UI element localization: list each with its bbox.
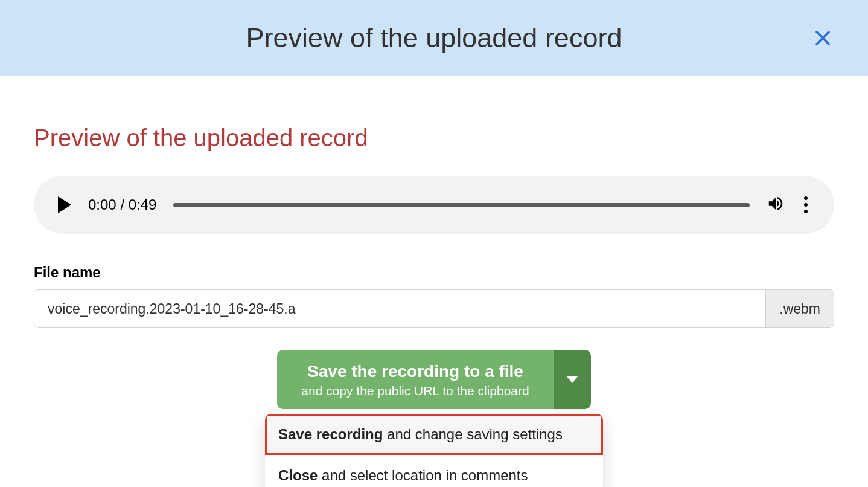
audio-more-button[interactable] <box>802 194 810 216</box>
dropdown-item-save-settings[interactable]: Save recording and change saving setting… <box>265 414 603 455</box>
save-split-button: Save the recording to a file and copy th… <box>277 350 590 409</box>
dialog-title: Preview of the uploaded record <box>246 22 622 54</box>
dot-icon <box>804 210 808 213</box>
dropdown-item-bold: Save recording <box>278 426 383 442</box>
close-icon <box>814 29 832 47</box>
filename-input-group: .webm <box>34 289 834 328</box>
section-title: Preview of the uploaded record <box>34 124 834 152</box>
play-button[interactable] <box>58 196 71 213</box>
caret-down-icon <box>566 376 578 383</box>
save-dropdown-menu: Save recording and change saving setting… <box>265 414 603 487</box>
volume-icon <box>767 195 785 213</box>
dialog-header: Preview of the uploaded record <box>0 0 868 76</box>
filename-input[interactable] <box>34 290 765 327</box>
filename-label: File name <box>34 264 834 281</box>
dropdown-item-rest: and change saving settings <box>383 426 563 442</box>
dropdown-item-rest: and select location in comments <box>318 467 528 483</box>
save-button-primary-label: Save the recording to a file <box>301 361 529 382</box>
save-dropdown-toggle[interactable] <box>554 350 591 409</box>
action-row: Save the recording to a file and copy th… <box>34 350 834 409</box>
save-button[interactable]: Save the recording to a file and copy th… <box>277 350 553 409</box>
dot-icon <box>804 203 808 207</box>
volume-button[interactable] <box>767 195 785 215</box>
dropdown-item-close-select[interactable]: Close and select location in comments <box>265 455 603 487</box>
save-button-secondary-label: and copy the public URL to the clipboard <box>301 382 529 399</box>
dot-icon <box>804 196 808 200</box>
dropdown-item-bold: Close <box>278 467 318 483</box>
close-button[interactable] <box>814 29 832 47</box>
audio-time-display: 0:00 / 0:49 <box>88 196 156 213</box>
svg-marker-2 <box>566 376 578 383</box>
audio-progress-bar[interactable] <box>173 203 750 207</box>
dialog-body: Preview of the uploaded record 0:00 / 0:… <box>0 76 868 409</box>
audio-player: 0:00 / 0:49 <box>34 176 834 234</box>
filename-extension: .webm <box>765 290 834 327</box>
